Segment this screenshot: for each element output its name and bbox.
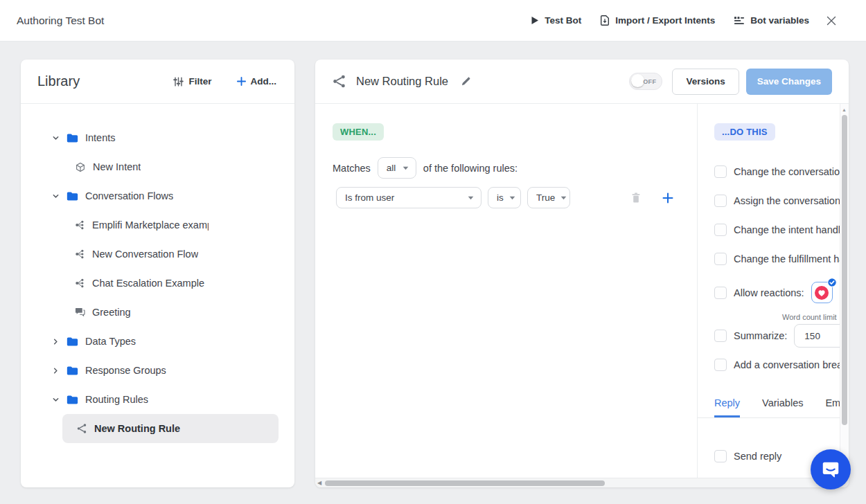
matches-select[interactable]: all: [378, 157, 416, 179]
chevron-right-icon[interactable]: [52, 338, 60, 345]
tree-item-new-conversation-flow[interactable]: New Conversation Flow: [21, 240, 294, 269]
import-export-intents-button[interactable]: Import / Export Intents: [600, 15, 715, 26]
greeting-icon: [75, 307, 85, 317]
tab-variables[interactable]: Variables: [762, 397, 803, 417]
library-tree: IntentsNew IntentConversation FlowsEmpli…: [21, 104, 294, 443]
chevron-down-icon[interactable]: [52, 192, 60, 200]
tree-item-label: Response Groups: [85, 365, 166, 376]
import-export-icon: [600, 15, 610, 26]
horizontal-scrollbar[interactable]: ◀: [315, 478, 849, 487]
chat-bubble-icon: [820, 459, 841, 480]
summarize-block: Word count limitSummarize:150: [714, 313, 840, 348]
tree-item-intents[interactable]: Intents: [21, 123, 294, 152]
vertical-scrollbar-thumb[interactable]: [842, 115, 847, 425]
option-change-the-intent-handler[interactable]: Change the intent handler: [714, 224, 840, 236]
tree-item-conversation-flows[interactable]: Conversation Flows: [21, 181, 294, 210]
bot-variables-icon: [734, 16, 745, 26]
send-reply-option[interactable]: Send reply: [714, 450, 781, 462]
option-label: Change the fulfillment handler: [734, 253, 840, 264]
do-this-options: Change the conversation statusAssign the…: [714, 165, 840, 371]
test-bot-button[interactable]: Test Bot: [531, 15, 581, 26]
rule-enabled-toggle[interactable]: OFF: [629, 73, 662, 90]
add-a-conversation-break-checkbox[interactable]: [714, 359, 727, 371]
option-summarize[interactable]: Summarize:150: [714, 324, 840, 348]
summarize-checkbox[interactable]: [714, 330, 727, 342]
tree-item-chat-escalation-example[interactable]: Chat Escalation Example: [21, 269, 294, 298]
add-rule-icon[interactable]: [662, 192, 673, 204]
bot-variables-label: Bot variables: [750, 15, 809, 26]
assign-the-conversation-to-checkbox[interactable]: [714, 195, 727, 207]
test-bot-label: Test Bot: [545, 15, 581, 26]
editor-body: WHEN... Matches all of the following rul…: [315, 104, 849, 478]
tree-item-label: Emplifi Marketplace example: [92, 219, 209, 231]
tree-item-new-routing-rule[interactable]: New Routing Rule: [62, 414, 279, 443]
horizontal-scrollbar-thumb[interactable]: [325, 480, 605, 486]
tree-item-data-types[interactable]: Data Types: [21, 327, 294, 356]
chevron-down-icon: [509, 196, 515, 200]
tab-reply[interactable]: Reply: [714, 397, 740, 417]
change-the-conversation-status-checkbox[interactable]: [714, 165, 727, 178]
option-label: Summarize:: [734, 330, 787, 341]
tree-item-greeting[interactable]: Greeting: [21, 298, 294, 327]
rule-operator-value: is: [497, 192, 504, 203]
save-changes-button[interactable]: Save Changes: [746, 69, 832, 95]
intent-icon: [75, 161, 86, 173]
option-label: Allow reactions:: [734, 287, 804, 298]
filter-button[interactable]: Filter: [173, 76, 211, 87]
allow-reactions-checkbox[interactable]: [714, 287, 727, 299]
scroll-up-icon[interactable]: ▲: [842, 107, 847, 112]
folder-icon: [67, 191, 78, 201]
rule-operator-select[interactable]: is: [488, 187, 521, 208]
word-count-limit-label: Word count limit: [782, 313, 840, 321]
editor-header: New Routing Rule OFF Versions Save Chang…: [315, 60, 849, 104]
chevron-down-icon: [468, 196, 474, 200]
tree-item-label: Conversation Flows: [85, 190, 173, 201]
option-allow-reactions[interactable]: Allow reactions:: [714, 282, 840, 303]
vertical-scrollbar[interactable]: ▲: [840, 104, 849, 478]
filter-label: Filter: [188, 76, 211, 87]
change-the-fulfillment-handler-checkbox[interactable]: [714, 253, 727, 265]
add-button[interactable]: Add...: [237, 76, 277, 87]
rule-field-select[interactable]: Is from user: [336, 187, 481, 208]
word-count-input[interactable]: 150: [794, 324, 840, 348]
option-add-a-conversation-break[interactable]: Add a conversation break: [714, 359, 840, 371]
chevron-down-icon: [403, 166, 409, 170]
folder-icon: [67, 133, 78, 143]
tree-item-label: Data Types: [85, 336, 136, 347]
versions-button[interactable]: Versions: [672, 69, 739, 95]
flow-icon: [75, 249, 85, 260]
tree-item-emplifi-marketplace-example[interactable]: Emplifi Marketplace example: [21, 210, 294, 240]
option-change-the-fulfillment-handler[interactable]: Change the fulfillment handler: [714, 253, 840, 265]
option-assign-the-conversation-to[interactable]: Assign the conversation to: [714, 195, 840, 207]
heart-reaction-button[interactable]: [811, 282, 833, 303]
when-badge: WHEN...: [333, 123, 384, 141]
routing-rule-icon: [332, 74, 346, 89]
do-this-badge: ...DO THIS: [714, 123, 775, 141]
tree-item-label: Chat Escalation Example: [92, 278, 204, 289]
change-the-intent-handler-checkbox[interactable]: [714, 224, 727, 236]
editor-header-actions: OFF Versions Save Changes: [629, 69, 832, 95]
tree-item-new-intent[interactable]: New Intent: [21, 152, 294, 181]
send-reply-checkbox[interactable]: [714, 450, 727, 462]
play-icon: [531, 16, 539, 25]
do-this-section: ...DO THIS Change the conversation statu…: [698, 104, 840, 478]
tree-item-response-groups[interactable]: Response Groups: [21, 356, 294, 385]
close-icon[interactable]: [826, 15, 837, 26]
scroll-left-icon[interactable]: ◀: [317, 480, 321, 486]
delete-rule-icon[interactable]: [631, 192, 641, 204]
pencil-icon[interactable]: [461, 76, 471, 87]
tree-item-label: New Intent: [93, 161, 141, 172]
chevron-down-icon[interactable]: [52, 134, 60, 142]
chat-launcher-button[interactable]: [811, 449, 851, 489]
rule-value-select[interactable]: True: [527, 187, 570, 208]
tab-email[interactable]: Email: [825, 397, 840, 417]
check-badge-icon: [827, 278, 837, 287]
option-change-the-conversation-status[interactable]: Change the conversation status: [714, 165, 840, 178]
library-title: Library: [37, 73, 80, 89]
when-section: WHEN... Matches all of the following rul…: [315, 104, 698, 478]
top-bar: Authoring Test Bot Test BotImport / Expo…: [0, 0, 866, 42]
chevron-down-icon[interactable]: [52, 396, 60, 404]
bot-variables-button[interactable]: Bot variables: [734, 15, 809, 26]
tree-item-routing-rules[interactable]: Routing Rules: [21, 385, 294, 414]
chevron-right-icon[interactable]: [52, 367, 60, 375]
